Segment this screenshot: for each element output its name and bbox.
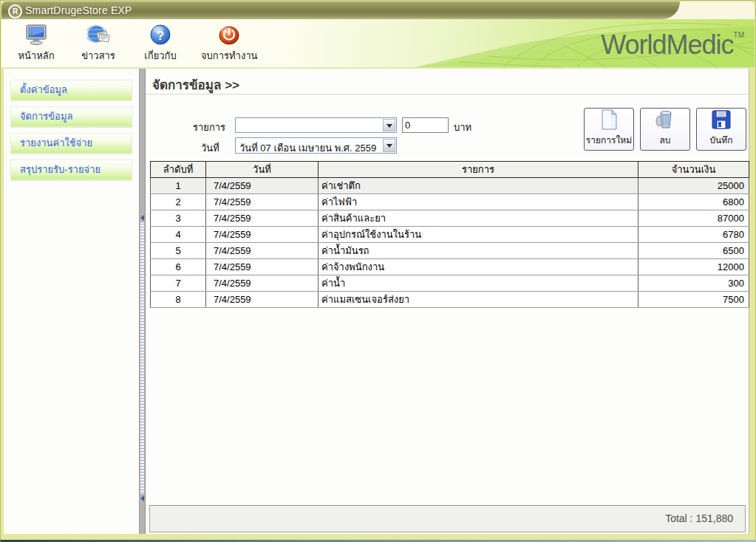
cell-item: ค่าเช่าตึก bbox=[319, 178, 638, 194]
cell-item: ค่าน้ำมันรถ bbox=[319, 243, 638, 259]
table-row[interactable]: 2 7/4/2559 ค่าไฟฟ้า 6800 bbox=[151, 194, 749, 210]
toolbar-item-label: เกี่ยวกับ bbox=[144, 48, 176, 64]
sidebar-item-expense-report[interactable]: รายงานค่าใช้จ่าย bbox=[10, 133, 132, 154]
page-title: จัดการข้อมูล >> bbox=[152, 75, 239, 95]
news-globe-icon bbox=[86, 23, 110, 47]
currency-label: บาท bbox=[454, 120, 471, 135]
cell-index: 6 bbox=[151, 259, 206, 275]
save-button[interactable]: บันทึก bbox=[696, 108, 746, 151]
new-entry-button[interactable]: รายการใหม่ bbox=[584, 108, 634, 151]
table-row[interactable]: 3 7/4/2559 ค่าสินค้าและยา 87000 bbox=[151, 210, 749, 227]
app-window: R SmartDrugeStore EXP bbox=[0, 0, 756, 542]
home-monitor-icon bbox=[24, 23, 48, 47]
action-button-label: บันทึก bbox=[710, 133, 733, 147]
table-row[interactable]: 8 7/4/2559 ค่าแมสเซนเจอร์ส่งยา 7500 bbox=[151, 292, 749, 308]
worldmedic-logo: WorldMedicTM bbox=[601, 30, 744, 61]
cell-item: ค่าแมสเซนเจอร์ส่งยา bbox=[319, 292, 638, 308]
brand-trademark: TM bbox=[734, 31, 744, 39]
brand-name: WorldMedic bbox=[601, 30, 733, 60]
about-question-icon: ? bbox=[149, 23, 172, 47]
expense-table: ลำดับที่ วันที่ รายการ จำนวนเงิน 1 7/4/2… bbox=[150, 161, 749, 308]
window-title: SmartDrugeStore EXP bbox=[25, 4, 132, 16]
cell-date: 7/4/2559 bbox=[206, 178, 319, 194]
delete-button[interactable]: ลบ bbox=[640, 108, 690, 151]
cell-item: ค่าจ้างพนักงาน bbox=[319, 259, 638, 275]
action-button-label: รายการใหม่ bbox=[586, 133, 632, 147]
date-combobox-value: วันที่ 07 เดือน เมษายน พ.ศ. 2559 bbox=[239, 140, 381, 156]
action-buttons: รายการใหม่ ลบ bbox=[584, 108, 746, 151]
cell-index: 2 bbox=[151, 194, 206, 210]
column-header-item[interactable]: รายการ bbox=[319, 162, 638, 178]
cell-date: 7/4/2559 bbox=[206, 227, 319, 243]
column-header-date[interactable]: วันที่ bbox=[206, 162, 319, 178]
save-floppy-icon bbox=[710, 109, 732, 131]
toolbar-items: หน้าหลัก ข่าวสาร bbox=[12, 22, 260, 64]
page-title-bar: จัดการข้อมูล >> bbox=[146, 69, 749, 95]
cell-date: 7/4/2559 bbox=[206, 210, 319, 227]
toolbar-item-exit[interactable]: จบการทำงาน bbox=[198, 22, 260, 64]
titlebar: R SmartDrugeStore EXP bbox=[1, 1, 755, 19]
column-header-index[interactable]: ลำดับที่ bbox=[151, 162, 206, 178]
toolbar-item-label: จบการทำงาน bbox=[201, 48, 257, 64]
cell-date: 7/4/2559 bbox=[206, 194, 319, 210]
amount-input[interactable] bbox=[402, 117, 449, 133]
cell-date: 7/4/2559 bbox=[206, 275, 319, 292]
cell-date: 7/4/2559 bbox=[206, 243, 319, 259]
table-row[interactable]: 4 7/4/2559 ค่าอุปกรณ์ใช้งานในร้าน 6780 bbox=[151, 227, 749, 243]
cell-item: ค่าอุปกรณ์ใช้งานในร้าน bbox=[319, 227, 638, 243]
sidebar-item-settings[interactable]: ตั้งค่าข้อมูล bbox=[10, 80, 132, 100]
app-registered-icon: R bbox=[8, 4, 22, 18]
sidebar: ตั้งค่าข้อมูล จัดการข้อมูล รายงานค่าใช้จ… bbox=[4, 69, 140, 534]
exit-power-icon bbox=[217, 23, 241, 47]
toolbar-item-home[interactable]: หน้าหลัก bbox=[12, 22, 61, 64]
toolbar-item-label: หน้าหลัก bbox=[18, 48, 54, 64]
toolbar: หน้าหลัก ข่าวสาร bbox=[1, 19, 755, 68]
splitter-grip[interactable] bbox=[140, 222, 144, 494]
cell-date: 7/4/2559 bbox=[206, 292, 319, 308]
action-button-label: ลบ bbox=[660, 133, 671, 147]
date-combobox[interactable]: วันที่ 07 เดือน เมษายน พ.ศ. 2559 bbox=[235, 137, 397, 154]
cell-amount: 7500 bbox=[638, 292, 749, 308]
cell-item: ค่าน้ำ bbox=[319, 275, 638, 292]
svg-text:?: ? bbox=[157, 29, 164, 43]
cell-amount: 25000 bbox=[638, 178, 749, 194]
table-row[interactable]: 6 7/4/2559 ค่าจ้างพนักงาน 12000 bbox=[151, 259, 749, 275]
date-label: วันที่ bbox=[201, 140, 219, 156]
sidebar-splitter[interactable] bbox=[139, 69, 146, 534]
chevron-down-icon[interactable] bbox=[383, 119, 395, 131]
column-header-amount[interactable]: จำนวนเงิน bbox=[638, 162, 749, 178]
cell-amount: 6500 bbox=[638, 243, 749, 259]
table-row[interactable]: 1 7/4/2559 ค่าเช่าตึก 25000 bbox=[151, 178, 749, 194]
splitter-collapse-arrow-icon[interactable] bbox=[140, 215, 144, 221]
cell-amount: 6780 bbox=[638, 227, 749, 243]
main-panel: จัดการข้อมูล >> รายการ บาท วันที่ วันที่… bbox=[146, 69, 749, 534]
item-combobox[interactable] bbox=[235, 117, 397, 133]
cell-index: 4 bbox=[151, 227, 206, 243]
total-amount: Total : 151,880 bbox=[665, 512, 733, 524]
item-label: รายการ bbox=[193, 120, 225, 135]
splitter-collapse-arrow-icon[interactable] bbox=[140, 495, 144, 501]
cell-amount: 12000 bbox=[638, 259, 749, 275]
cell-date: 7/4/2559 bbox=[206, 259, 319, 275]
cell-amount: 87000 bbox=[638, 210, 749, 227]
cell-amount: 300 bbox=[638, 275, 749, 292]
cell-index: 1 bbox=[151, 178, 206, 194]
toolbar-item-label: ข่าวสาร bbox=[81, 48, 115, 64]
cell-index: 7 bbox=[151, 275, 206, 292]
toolbar-item-news[interactable]: ข่าวสาร bbox=[74, 22, 123, 64]
new-document-icon bbox=[598, 109, 620, 131]
trash-icon bbox=[654, 109, 676, 131]
toolbar-item-about[interactable]: ? เกี่ยวกับ bbox=[136, 22, 185, 64]
cell-index: 8 bbox=[151, 292, 206, 308]
cell-index: 5 bbox=[151, 243, 206, 259]
status-bar: Total : 151,880 bbox=[149, 505, 746, 532]
table-row[interactable]: 7 7/4/2559 ค่าน้ำ 300 bbox=[151, 275, 749, 292]
sidebar-item-manage-data[interactable]: จัดการข้อมูล bbox=[10, 106, 132, 127]
table-header-row: ลำดับที่ วันที่ รายการ จำนวนเงิน bbox=[151, 162, 749, 178]
cell-amount: 6800 bbox=[638, 194, 749, 210]
chevron-down-icon[interactable] bbox=[383, 139, 395, 152]
sidebar-item-income-expense-summary[interactable]: สรุปรายรับ-รายจ่าย bbox=[10, 159, 132, 180]
table-row[interactable]: 5 7/4/2559 ค่าน้ำมันรถ 6500 bbox=[151, 243, 749, 259]
cell-index: 3 bbox=[151, 210, 206, 227]
cell-item: ค่าสินค้าและยา bbox=[319, 210, 638, 227]
